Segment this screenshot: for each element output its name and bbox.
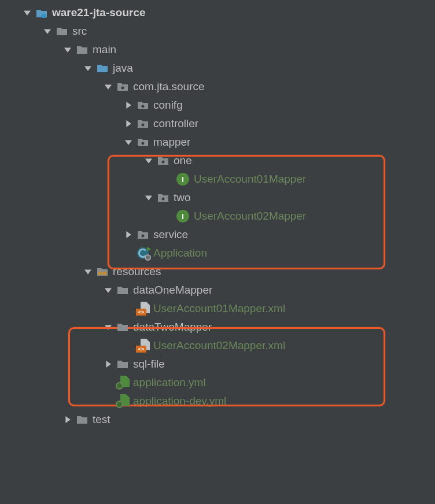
tree-label: main bbox=[93, 43, 116, 56]
chevron-down-icon bbox=[22, 9, 32, 16]
chevron-right-icon bbox=[62, 416, 73, 423]
folder-icon bbox=[55, 25, 69, 38]
folder-icon bbox=[116, 358, 130, 370]
xml-file-icon: <> bbox=[136, 340, 150, 351]
tree-item-config[interactable]: conifg bbox=[0, 96, 435, 114]
chevron-down-icon bbox=[62, 46, 73, 53]
package-icon bbox=[136, 136, 150, 149]
tree-label: one bbox=[174, 154, 192, 167]
chevron-right-icon bbox=[103, 361, 113, 368]
tree-item-datatwo[interactable]: dataTwoMapper bbox=[0, 318, 435, 336]
tree-item-two[interactable]: two bbox=[0, 188, 435, 207]
tree-label: UserAccount01Mapper.xml bbox=[153, 302, 285, 315]
interface-icon: I bbox=[176, 173, 189, 186]
tree-label: resources bbox=[113, 265, 161, 278]
svg-rect-10 bbox=[104, 272, 106, 275]
svg-rect-8 bbox=[98, 272, 101, 275]
chevron-down-icon bbox=[42, 28, 53, 35]
tree-item-application[interactable]: Application bbox=[0, 244, 435, 262]
xml-file-icon: <> bbox=[136, 303, 150, 314]
tree-label: test bbox=[93, 413, 110, 426]
tree-label: java bbox=[113, 62, 133, 75]
package-icon bbox=[156, 191, 170, 204]
tree-label: sql-file bbox=[133, 358, 165, 370]
tree-item-service[interactable]: service bbox=[0, 225, 435, 244]
chevron-down-icon bbox=[103, 287, 113, 294]
tree-item-xml01[interactable]: <> UserAccount01Mapper.xml bbox=[0, 299, 435, 318]
package-icon bbox=[116, 80, 130, 93]
yml-file-icon bbox=[116, 395, 130, 407]
svg-point-6 bbox=[162, 198, 165, 201]
tree-item-sqlfile[interactable]: sql-file bbox=[0, 355, 435, 373]
tree-label: UserAccount01Mapper bbox=[194, 173, 306, 186]
chevron-down-icon bbox=[83, 65, 93, 72]
svg-rect-0 bbox=[42, 14, 46, 18]
folder-icon bbox=[75, 43, 89, 56]
tree-item-one[interactable]: one bbox=[0, 151, 435, 170]
tree-label: com.jta.source bbox=[133, 80, 205, 93]
tree-label: src bbox=[72, 25, 87, 38]
resources-folder-icon bbox=[95, 265, 109, 278]
svg-rect-9 bbox=[101, 272, 104, 275]
chevron-down-icon bbox=[123, 139, 134, 146]
chevron-down-icon bbox=[143, 157, 154, 164]
tree-item-dataone[interactable]: dataOneMapper bbox=[0, 281, 435, 299]
tree-label: mapper bbox=[153, 136, 190, 149]
tree-item-controller[interactable]: controller bbox=[0, 114, 435, 133]
tree-label: application.yml bbox=[133, 376, 206, 389]
package-icon bbox=[156, 154, 170, 167]
tree-item-xml02[interactable]: <> UserAccount02Mapper.xml bbox=[0, 336, 435, 355]
tree-label: two bbox=[174, 191, 191, 204]
chevron-right-icon bbox=[123, 231, 134, 238]
svg-point-5 bbox=[162, 161, 165, 164]
project-tree: ware21-jta-source src main java com.jta.… bbox=[0, 3, 435, 429]
folder-icon bbox=[75, 413, 89, 426]
chevron-down-icon bbox=[103, 83, 113, 90]
tree-item-src[interactable]: src bbox=[0, 22, 435, 40]
chevron-right-icon bbox=[123, 120, 134, 127]
chevron-right-icon bbox=[123, 102, 134, 109]
package-icon bbox=[136, 99, 150, 112]
tree-item-appdevyml[interactable]: application-dev.yml bbox=[0, 392, 435, 410]
svg-point-2 bbox=[142, 105, 145, 108]
chevron-down-icon bbox=[143, 194, 154, 201]
svg-point-1 bbox=[121, 87, 124, 90]
package-icon bbox=[136, 228, 150, 241]
svg-point-4 bbox=[142, 142, 145, 145]
tree-label: service bbox=[153, 228, 188, 241]
tree-label: Application bbox=[153, 247, 207, 260]
tree-item-appyml[interactable]: application.yml bbox=[0, 373, 435, 392]
tree-label: UserAccount02Mapper bbox=[194, 210, 306, 223]
svg-point-7 bbox=[142, 235, 145, 238]
tree-item-root[interactable]: ware21-jta-source bbox=[0, 3, 435, 22]
tree-label: dataOneMapper bbox=[133, 284, 212, 297]
tree-item-mapper[interactable]: mapper bbox=[0, 133, 435, 151]
tree-item-mapper02[interactable]: I UserAccount02Mapper bbox=[0, 207, 435, 225]
spring-boot-app-icon bbox=[136, 247, 150, 260]
chevron-down-icon bbox=[103, 324, 113, 331]
tree-item-mapper01[interactable]: I UserAccount01Mapper bbox=[0, 170, 435, 188]
chevron-down-icon bbox=[83, 268, 93, 275]
tree-item-main[interactable]: main bbox=[0, 40, 435, 59]
tree-label: UserAccount02Mapper.xml bbox=[153, 339, 285, 352]
package-icon bbox=[136, 117, 150, 130]
folder-icon bbox=[116, 321, 130, 333]
tree-item-test[interactable]: test bbox=[0, 410, 435, 429]
tree-label: controller bbox=[153, 117, 198, 130]
folder-icon bbox=[116, 284, 130, 297]
tree-label: application-dev.yml bbox=[133, 395, 226, 407]
tree-item-resources[interactable]: resources bbox=[0, 262, 435, 281]
tree-label: ware21-jta-source bbox=[52, 6, 146, 19]
source-folder-icon bbox=[95, 62, 109, 75]
interface-icon: I bbox=[176, 210, 189, 223]
tree-label: dataTwoMapper bbox=[133, 321, 212, 333]
tree-label: conifg bbox=[153, 99, 183, 112]
tree-item-java[interactable]: java bbox=[0, 59, 435, 77]
module-icon bbox=[35, 6, 49, 19]
tree-item-package[interactable]: com.jta.source bbox=[0, 77, 435, 96]
yml-file-icon bbox=[116, 377, 130, 388]
svg-point-3 bbox=[142, 124, 145, 127]
